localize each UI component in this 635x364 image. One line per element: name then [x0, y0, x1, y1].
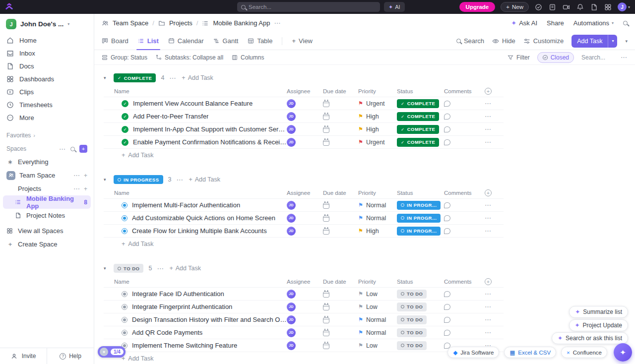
row-more-button[interactable]: ⋯	[485, 138, 492, 146]
assignee-avatar[interactable]: JD	[287, 227, 296, 236]
hide-button[interactable]: Hide	[492, 37, 515, 45]
header-search-icon[interactable]	[623, 21, 628, 25]
status-badge[interactable]: TO DO	[397, 328, 427, 337]
task-name[interactable]: Add Customizable Quick Actions on Home S…	[132, 214, 275, 222]
sidebar-item-home[interactable]: Home	[0, 34, 94, 47]
task-in-progress-icon[interactable]	[122, 202, 127, 208]
column-header-comments[interactable]: Comments	[444, 88, 485, 94]
view-all-spaces-button[interactable]: View all Spaces	[3, 224, 91, 238]
task-name[interactable]: Add Peer-to-Peer Transfer	[133, 113, 208, 120]
create-space-button[interactable]: + Create Space	[3, 238, 91, 251]
sidebar-item-projects[interactable]: Projects ⋯+	[3, 182, 91, 195]
group-by-button[interactable]: Group: Status	[102, 54, 147, 61]
sidebar-item-inbox[interactable]: Inbox	[0, 47, 94, 60]
priority-label[interactable]: Low	[366, 303, 378, 310]
task-row[interactable]: Integrate Fingerprint AuthenticationJD⚑L…	[104, 301, 504, 313]
task-name[interactable]: Implement Multi-Factor Authentication	[132, 201, 240, 209]
task-row[interactable]: Add Customizable Quick Actions on Home S…	[104, 212, 504, 225]
row-more-button[interactable]: ⋯	[485, 113, 492, 120]
assignee-avatar[interactable]: JD	[287, 112, 296, 121]
due-date-icon[interactable]	[323, 140, 329, 146]
tab-list[interactable]: List	[138, 32, 159, 50]
task-todo-icon[interactable]	[122, 317, 127, 323]
task-name[interactable]: Implement Theme Switching Feature	[132, 342, 237, 349]
comment-icon[interactable]	[444, 330, 450, 336]
status-badge[interactable]: ✓COMPLETE	[397, 125, 439, 134]
group-more-button[interactable]: ⋯	[176, 176, 184, 183]
check-circle-icon[interactable]	[534, 3, 543, 11]
task-in-progress-icon[interactable]	[122, 215, 127, 221]
task-row[interactable]: ✓Add Peer-to-Peer TransferJD⚑High✓COMPLE…	[104, 110, 504, 123]
task-todo-icon[interactable]	[122, 291, 127, 297]
task-row[interactable]: Implement Multi-Factor AuthenticationJD⚑…	[104, 199, 504, 212]
status-badge[interactable]: IN PROGR...	[397, 214, 441, 223]
team-space-more-button[interactable]: ⋯	[73, 172, 80, 179]
task-row[interactable]: Add QR Code PaymentsJD⚑NormalTO DO⋯	[104, 326, 504, 339]
priority-label[interactable]: Normal	[366, 329, 386, 336]
tab-table[interactable]: Table	[248, 32, 272, 50]
sidebar-item-dashboards[interactable]: Dashboards	[0, 72, 94, 85]
column-header-priority[interactable]: Priority	[358, 88, 397, 94]
sidebar-item-everything[interactable]: ∗ Everything	[3, 155, 91, 169]
collapse-group-arrow-icon[interactable]: ▾	[104, 177, 109, 182]
spaces-more-button[interactable]: ⋯	[59, 145, 66, 153]
group-more-button[interactable]: ⋯	[157, 264, 164, 272]
task-name[interactable]: Add QR Code Payments	[132, 329, 202, 336]
breadcrumb-more-button[interactable]: ⋯	[274, 19, 281, 27]
group-add-task-button[interactable]: +Add Task	[182, 74, 213, 81]
customize-button[interactable]: Customize	[523, 37, 564, 45]
row-more-button[interactable]: ⋯	[485, 316, 492, 323]
workspace-switcher[interactable]: J John Doe's ... ▾	[0, 14, 94, 34]
upgrade-button[interactable]: Upgrade	[459, 2, 496, 12]
sidebar-item-project-notes[interactable]: Project Notes	[3, 209, 91, 222]
row-more-button[interactable]: ⋯	[485, 290, 492, 298]
row-more-button[interactable]: ⋯	[485, 125, 492, 133]
bell-icon[interactable]	[576, 3, 584, 11]
search-or-ask-list-button[interactable]: ✦Search or ask this list	[552, 332, 628, 344]
invite-button[interactable]: Invite	[0, 348, 47, 364]
status-badge[interactable]: ✓COMPLETE	[397, 99, 439, 108]
comment-icon[interactable]	[444, 317, 450, 323]
sidebar-item-more[interactable]: More	[0, 111, 94, 124]
group-status-badge[interactable]: IN PROGRESS	[114, 175, 163, 184]
global-search-input[interactable]	[249, 4, 376, 10]
list-search-input[interactable]	[581, 54, 613, 61]
collapse-header-button[interactable]: ▾	[625, 39, 628, 44]
task-name[interactable]: Design Transaction History with Filter a…	[132, 316, 287, 323]
new-button[interactable]: +New	[501, 2, 529, 12]
column-header-assignee[interactable]: Assignee	[287, 88, 323, 94]
comment-icon[interactable]	[444, 101, 450, 107]
task-row[interactable]: Integrate Face ID AuthenticationJD⚑LowTO…	[104, 288, 504, 301]
confluence-button[interactable]: ×Confluence	[561, 347, 607, 358]
status-badge[interactable]: TO DO	[397, 290, 427, 299]
ask-ai-button[interactable]: ✦Ask AI	[511, 19, 537, 27]
assignee-avatar[interactable]: JD	[287, 99, 296, 108]
row-more-button[interactable]: ⋯	[485, 214, 492, 222]
due-date-icon[interactable]	[323, 203, 329, 209]
help-button[interactable]: ? Help	[47, 348, 94, 364]
priority-label[interactable]: Urgent	[366, 100, 385, 107]
due-date-icon[interactable]	[323, 114, 329, 120]
add-space-button[interactable]: +	[79, 145, 87, 153]
notepad-icon[interactable]	[548, 3, 557, 11]
column-header-comments[interactable]: Comments	[444, 190, 485, 196]
breadcrumb-team-space[interactable]: Team Space	[113, 19, 148, 27]
breadcrumb-projects[interactable]: Projects	[169, 19, 192, 27]
priority-label[interactable]: High	[366, 113, 379, 120]
column-header-priority[interactable]: Priority	[358, 279, 397, 285]
subtasks-button[interactable]: Subtasks: Collapse all	[156, 54, 223, 61]
column-header-due-date[interactable]: Due date	[323, 88, 358, 94]
tab-gantt[interactable]: Gantt	[213, 32, 239, 50]
assignee-avatar[interactable]: JD	[287, 138, 296, 147]
assignee-avatar[interactable]: JD	[287, 303, 296, 311]
status-badge[interactable]: ✓COMPLETE	[397, 112, 439, 121]
priority-label[interactable]: High	[366, 228, 379, 235]
group-add-task-button[interactable]: +Add Task	[189, 176, 220, 183]
toolbar-more-button[interactable]: ⋯	[621, 54, 628, 61]
row-more-button[interactable]: ⋯	[485, 201, 492, 209]
topbar-ai-button[interactable]: ✦ AI	[384, 2, 405, 12]
row-more-button[interactable]: ⋯	[485, 329, 492, 336]
priority-label[interactable]: Low	[366, 342, 378, 349]
assignee-avatar[interactable]: JD	[287, 201, 296, 210]
tab-calendar[interactable]: Calendar	[168, 32, 204, 50]
